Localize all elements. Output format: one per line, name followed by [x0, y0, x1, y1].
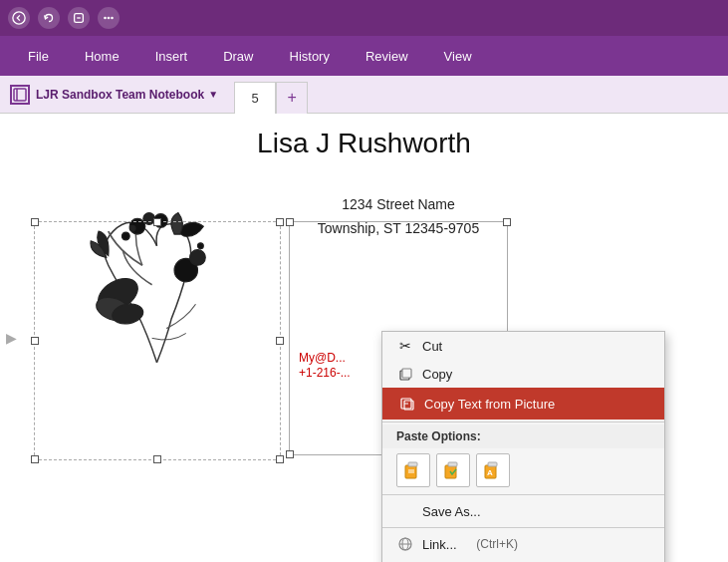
pen-button[interactable]	[68, 7, 90, 29]
page-area: ▶ Lisa J Rushworth	[0, 114, 728, 562]
svg-point-17	[129, 225, 135, 231]
copy-text-label: Copy Text from Picture	[424, 397, 555, 412]
svg-rect-20	[402, 369, 411, 378]
page-title: Lisa J Rushworth	[0, 128, 728, 159]
save-as-label: Save As...	[422, 504, 481, 519]
ctx-copy-text[interactable]: Copy Text from Picture	[382, 388, 664, 420]
ctx-separator-3	[382, 527, 664, 528]
svg-point-13	[154, 214, 168, 228]
notebook-tab-5[interactable]: 5	[234, 82, 276, 114]
handle-ml[interactable]	[31, 337, 39, 345]
svg-rect-25	[408, 462, 417, 466]
cut-icon: ✂	[396, 337, 414, 355]
floral-image[interactable]	[60, 175, 254, 375]
more-button[interactable]	[98, 7, 120, 29]
context-menu: ✂ Cut Copy Copy Text from Picture Paste …	[381, 331, 665, 562]
svg-point-3	[104, 17, 107, 20]
ctx-link[interactable]: Link... (Ctrl+K)	[382, 530, 664, 558]
svg-point-4	[108, 17, 111, 20]
svg-point-5	[111, 17, 114, 20]
svg-point-15	[190, 250, 206, 266]
handle2-bl[interactable]	[286, 450, 294, 458]
svg-rect-31	[488, 462, 497, 466]
svg-point-16	[121, 232, 129, 240]
handle-tr[interactable]	[276, 218, 284, 226]
svg-rect-29	[448, 462, 457, 466]
handle-br[interactable]	[276, 455, 284, 463]
ctx-save-as[interactable]: Save As...	[382, 497, 664, 525]
notebook-tabs: 5 +	[234, 76, 308, 114]
tab-draw[interactable]: Draw	[205, 41, 271, 72]
link-shortcut: (Ctrl+K)	[476, 537, 518, 551]
tab-history[interactable]: History	[272, 41, 348, 72]
ctx-cut[interactable]: ✂ Cut	[382, 332, 664, 360]
tab-review[interactable]: Review	[348, 41, 426, 72]
back-button[interactable]	[8, 7, 30, 29]
notebook-bar: LJR Sandbox Team Notebook ▼ 5 +	[0, 76, 728, 114]
copy-icon	[396, 365, 414, 383]
ctx-separator-1	[382, 422, 664, 422]
paste-options-label: Paste Options:	[382, 424, 664, 448]
address-block: 1234 Street Name Township, ST 12345-9705	[289, 193, 508, 241]
contact-email: My@D...	[299, 351, 346, 365]
svg-rect-6	[14, 89, 26, 101]
left-nav-arrow[interactable]: ▶	[6, 330, 17, 346]
ctx-copy[interactable]: Copy	[382, 360, 664, 388]
tab-home[interactable]: Home	[67, 41, 137, 72]
handle-bl[interactable]	[31, 455, 39, 463]
tab-insert[interactable]: Insert	[137, 41, 206, 72]
svg-text:A: A	[487, 468, 493, 477]
copy-label: Copy	[422, 367, 452, 382]
ribbon-bar: File Home Insert Draw History Review Vie…	[0, 36, 728, 76]
link-label: Link...	[422, 537, 457, 552]
tab-file[interactable]: File	[10, 41, 67, 72]
save-as-icon	[396, 502, 414, 520]
link-icon	[396, 535, 414, 553]
svg-point-12	[143, 213, 155, 225]
notebook-dropdown-icon: ▼	[208, 89, 218, 100]
address-line1: 1234 Street Name	[289, 193, 508, 217]
handle-bm[interactable]	[153, 455, 161, 463]
ctx-copy-link[interactable]: Copy Link to Paragraph	[382, 558, 664, 562]
cut-label: Cut	[422, 339, 442, 354]
paste-btn-2[interactable]	[436, 453, 470, 487]
contact-phone: +1-216-...	[299, 366, 351, 380]
handle-mr[interactable]	[276, 337, 284, 345]
notebook-title-text: LJR Sandbox Team Notebook	[36, 88, 204, 102]
svg-point-0	[13, 12, 25, 24]
tab-view[interactable]: View	[426, 41, 490, 72]
paste-btn-1[interactable]	[396, 453, 430, 487]
handle-tl[interactable]	[31, 218, 39, 226]
paste-options-row: A	[382, 448, 664, 492]
svg-point-18	[197, 243, 203, 249]
address-line2: Township, ST 12345-9705	[289, 217, 508, 241]
title-bar	[0, 0, 728, 36]
ctx-separator-2	[382, 494, 664, 495]
notebook-icon	[10, 85, 30, 105]
notebook-title[interactable]: LJR Sandbox Team Notebook ▼	[36, 88, 218, 102]
paste-btn-3[interactable]: A	[476, 453, 510, 487]
copy-text-icon	[398, 395, 416, 413]
notebook-tab-add[interactable]: +	[276, 82, 308, 114]
undo-button[interactable]	[38, 7, 60, 29]
